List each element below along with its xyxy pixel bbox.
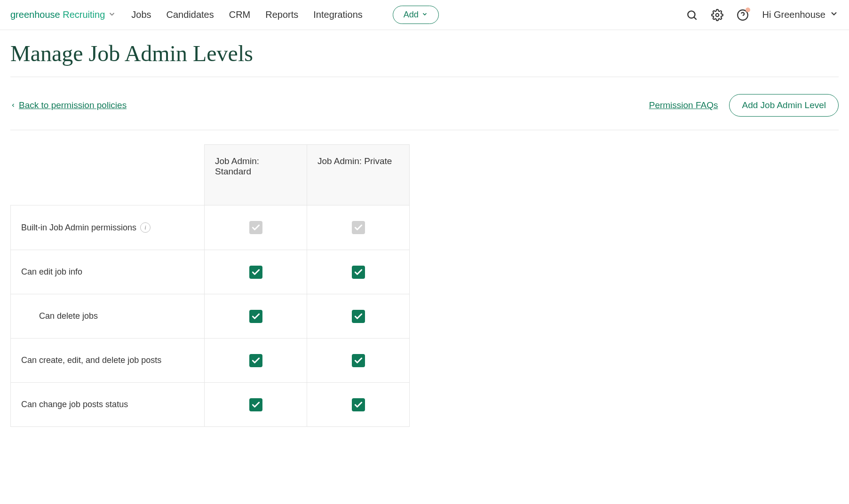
permission-checkbox[interactable] [352,266,365,279]
nav-integrations[interactable]: Integrations [313,9,363,20]
nav-candidates[interactable]: Candidates [167,9,214,20]
chevron-down-icon [829,9,839,21]
main-nav-links: Jobs Candidates CRM Reports Integrations [131,9,363,20]
help-icon[interactable] [737,9,749,21]
gear-icon[interactable] [711,9,723,21]
back-link[interactable]: Back to permission policies [10,100,127,110]
table-row: Can change job posts status [11,383,410,427]
info-icon[interactable]: i [140,222,151,233]
permission-checkbox[interactable] [352,398,365,411]
logo-text-2: Recruiting [60,9,105,20]
subheader-right: Permission FAQs Add Job Admin Level [649,94,839,117]
permission-checkbox[interactable] [249,354,262,367]
topnav-right: Hi Greenhouse [686,9,839,21]
search-icon[interactable] [686,9,698,21]
greeting-text: Hi Greenhouse [762,9,825,20]
back-link-text: Back to permission policies [19,100,127,110]
permission-label: Built-in Job Admin permissionsi [11,205,204,250]
permissions-table: Job Admin: Standard Job Admin: Private B… [10,144,410,427]
nav-crm[interactable]: CRM [229,9,251,20]
empty-header-cell [11,145,205,205]
add-job-admin-level-button[interactable]: Add Job Admin Level [729,94,839,117]
svg-line-1 [694,17,697,19]
product-switcher[interactable]: greenhouse Recruiting [10,9,116,20]
logo-text-1: greenhouse [10,9,60,20]
chevron-down-icon [108,10,116,20]
column-header-standard: Job Admin: Standard [205,145,307,205]
subheader-bar: Back to permission policies Permission F… [10,77,839,130]
add-button-label: Add [404,10,419,20]
nav-reports[interactable]: Reports [265,9,298,20]
permission-label: Can create, edit, and delete job posts [11,339,204,382]
svg-point-0 [688,11,695,18]
permission-checkbox [352,221,365,234]
add-button[interactable]: Add [393,6,439,24]
permission-checkbox[interactable] [352,310,365,323]
permission-label: Can change job posts status [11,383,204,426]
permission-checkbox[interactable] [249,266,262,279]
user-menu[interactable]: Hi Greenhouse [762,9,839,21]
table-row: Built-in Job Admin permissionsi [11,205,410,250]
notification-dot [746,8,750,12]
permission-checkbox [249,221,262,234]
permission-label: Can delete jobs [11,294,204,338]
table-row: Can delete jobs [11,294,410,339]
table-row: Can create, edit, and delete job posts [11,339,410,383]
table-row: Can edit job info [11,250,410,294]
svg-point-2 [716,13,719,16]
column-header-private: Job Admin: Private [307,145,410,205]
permission-checkbox[interactable] [352,354,365,367]
page-title: Manage Job Admin Levels [10,40,839,66]
top-navigation: greenhouse Recruiting Jobs Candidates CR… [0,0,849,30]
permission-checkbox[interactable] [249,398,262,411]
permission-faqs-link[interactable]: Permission FAQs [649,100,718,110]
permission-checkbox[interactable] [249,310,262,323]
permission-label: Can edit job info [11,250,204,294]
chevron-left-icon [10,102,16,109]
chevron-down-icon [421,10,428,20]
nav-jobs[interactable]: Jobs [131,9,151,20]
